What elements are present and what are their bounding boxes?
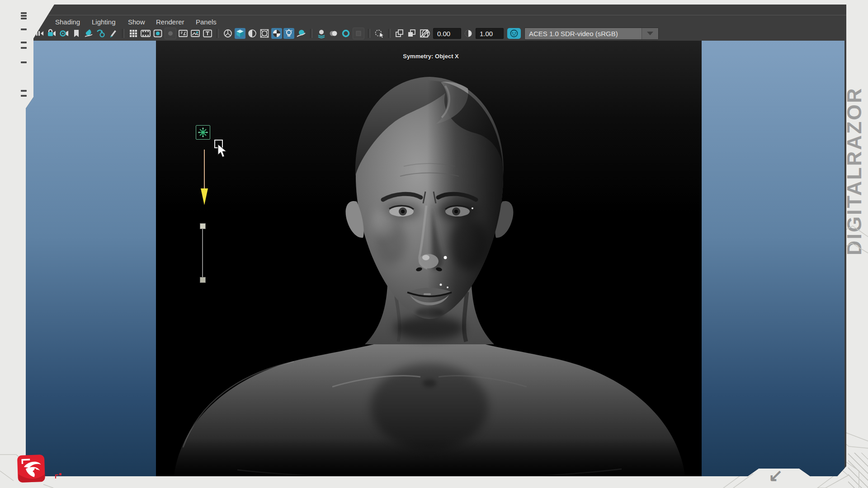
edge-tick — [21, 47, 27, 49]
use-all-lights-icon[interactable] — [283, 28, 294, 39]
edge-tick — [21, 90, 27, 92]
edge-tick — [21, 42, 27, 43]
menu-panels[interactable]: Panels — [196, 18, 217, 26]
colorspace-dropdown[interactable]: ACES 1.0 SDR-video (sRGB) — [524, 28, 659, 40]
manipulator-handle-top[interactable] — [200, 223, 206, 229]
edge-tick — [21, 28, 27, 30]
resolution-gate-icon[interactable] — [152, 28, 163, 39]
grid-icon[interactable] — [128, 28, 139, 39]
bookmark-icon[interactable] — [71, 28, 82, 39]
gamma-icon[interactable] — [463, 28, 474, 39]
edge-tick — [21, 15, 27, 17]
menu-lighting[interactable]: Lighting — [92, 18, 116, 26]
edge-tick — [21, 61, 27, 63]
symmetry-hud-text: Symmetry: Object X — [386, 53, 476, 60]
digitalrazor-logo — [17, 454, 47, 486]
color-management-toggle[interactable] — [507, 28, 521, 39]
image-plane-icon[interactable] — [190, 28, 201, 39]
manipulator-handle-line[interactable] — [202, 226, 203, 278]
prev-frame-icon[interactable] — [34, 28, 45, 39]
menu-show[interactable]: Show — [128, 18, 145, 26]
xray-display-icon[interactable] — [394, 28, 405, 39]
toolbar-separator — [368, 29, 370, 38]
paint-effects-icon[interactable] — [83, 28, 94, 39]
directional-light-manipulator-icon[interactable] — [196, 125, 210, 140]
toolbar-separator — [217, 29, 219, 38]
light-direction-line — [204, 150, 205, 188]
mouse-cursor — [217, 144, 229, 160]
hud-text-icon[interactable] — [202, 28, 213, 39]
maya-viewport-window: View Shading Lighting Show Renderer Pane… — [0, 0, 868, 488]
right-gutter-panel — [702, 41, 844, 476]
menu-view[interactable]: View — [19, 18, 33, 26]
light-direction-arrow[interactable] — [200, 188, 208, 207]
colorspace-value: ACES 1.0 SDR-video (sRGB) — [525, 30, 642, 38]
exposure-icon[interactable] — [420, 28, 431, 39]
screen-space-effects-icon[interactable] — [353, 28, 364, 39]
menu-shading[interactable]: Shading — [55, 18, 80, 26]
toolbar-separator — [122, 29, 124, 38]
gate-mask-icon[interactable] — [165, 28, 176, 39]
camera-lock-icon[interactable] — [47, 28, 57, 39]
material-override-icon[interactable] — [296, 28, 307, 39]
field-chart-icon[interactable] — [178, 28, 189, 39]
smooth-shaded-display-icon[interactable] — [235, 28, 245, 39]
edge-tick — [21, 95, 27, 97]
display-settings-group: ACES 1.0 SDR-video (sRGB) — [420, 28, 659, 39]
sculpted-head-model — [156, 41, 702, 476]
motion-blur-icon[interactable] — [328, 28, 339, 39]
edge-tick — [21, 12, 27, 14]
look-through-camera-icon[interactable] — [59, 28, 70, 39]
gamma-field[interactable] — [476, 28, 504, 39]
viewport-toolbar — [34, 26, 429, 41]
menu-renderer[interactable]: Renderer — [156, 18, 184, 26]
ambient-occlusion-icon[interactable] — [340, 28, 351, 39]
isolate-select-icon[interactable] — [374, 28, 385, 39]
dropdown-arrow-icon[interactable] — [642, 28, 658, 39]
flat-shaded-display-icon[interactable] — [247, 28, 258, 39]
exposure-field[interactable] — [433, 28, 461, 39]
toolbar-separator — [388, 29, 391, 38]
film-gate-icon[interactable] — [140, 28, 151, 39]
titlebar-divider — [0, 15, 868, 15]
wireframe-display-icon[interactable] — [222, 28, 233, 39]
grease-pencil-icon[interactable] — [108, 28, 118, 39]
textured-display-icon[interactable] — [271, 28, 282, 39]
screen: DIGITALRAZOR ↙ View Shading Li — [0, 0, 868, 488]
corner-hatching — [848, 453, 868, 488]
shadows-icon[interactable] — [316, 28, 327, 39]
toolbar-separator — [310, 29, 312, 38]
zoom-to-selection-icon[interactable] — [95, 28, 106, 39]
left-gutter-panel — [26, 41, 156, 476]
3d-viewport[interactable] — [156, 41, 702, 476]
xray-active-components-icon[interactable] — [406, 28, 417, 39]
edge-tick — [21, 18, 27, 19]
logo-accent-mark — [54, 472, 62, 482]
manipulator-handle-bottom[interactable] — [200, 277, 206, 283]
wireframe-on-shaded-icon[interactable] — [259, 28, 270, 39]
